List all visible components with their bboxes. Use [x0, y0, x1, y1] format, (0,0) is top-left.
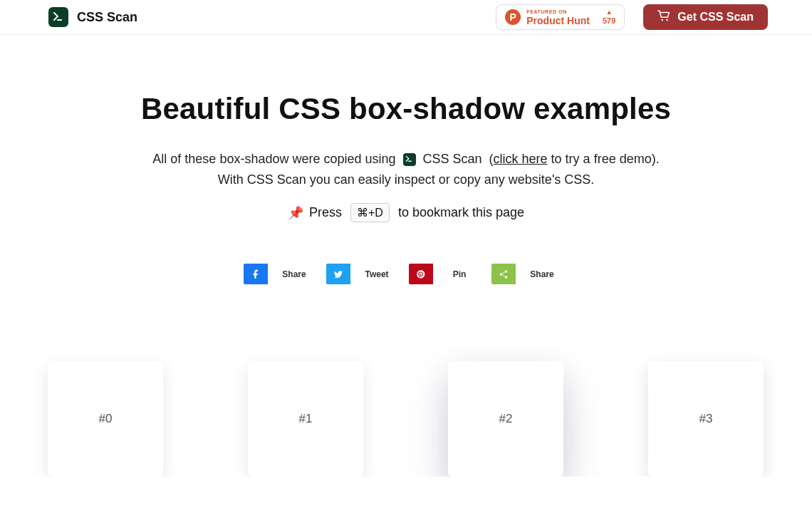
share-row: Share Tweet Pin Share — [0, 264, 812, 284]
share-sharethis-label: Share — [516, 264, 568, 284]
example-card[interactable]: #1 — [248, 361, 363, 477]
example-label: #1 — [299, 412, 313, 426]
example-label: #3 — [699, 412, 713, 426]
demo-tail: to try a free demo). — [548, 152, 660, 166]
intro-before-logo: All of these box-shadow were copied usin… — [152, 152, 395, 167]
svg-point-4 — [505, 276, 508, 279]
press-row: 📌 Press ⌘+D to bookmark this page — [0, 203, 812, 222]
share-pinterest-label: Pin — [433, 264, 486, 284]
get-css-scan-button[interactable]: Get CSS Scan — [643, 4, 768, 30]
site-header: CSS Scan P FEATURED ON Product Hunt ▲ 57… — [0, 0, 812, 35]
share-sharethis-button[interactable]: Share — [491, 264, 568, 284]
example-card[interactable]: #3 — [648, 361, 764, 477]
share-twitter-button[interactable]: Tweet — [326, 264, 403, 284]
product-hunt-icon: P — [505, 9, 521, 25]
sharethis-icon — [491, 264, 516, 284]
brand-logo-inline-icon — [403, 153, 416, 166]
svg-point-0 — [662, 19, 664, 21]
header-right: P FEATURED ON Product Hunt ▲ 579 Get CSS… — [496, 4, 768, 30]
intro-paren-group: (click here to try a free demo). — [489, 152, 660, 167]
product-hunt-badge[interactable]: P FEATURED ON Product Hunt ▲ 579 — [496, 4, 625, 30]
svg-point-1 — [667, 19, 669, 21]
brand-logo-icon — [48, 7, 68, 27]
intro-line-1: All of these box-shadow were copied usin… — [152, 152, 659, 167]
svg-point-3 — [500, 273, 503, 276]
share-facebook-button[interactable]: Share — [244, 264, 321, 284]
pushpin-icon: 📌 — [288, 205, 303, 221]
click-here-link[interactable]: click here — [494, 152, 548, 166]
example-card[interactable]: #0 — [48, 361, 163, 477]
facebook-icon — [244, 264, 268, 284]
examples-grid: #0 #1 #2 #3 — [0, 361, 812, 477]
brand-name[interactable]: CSS Scan — [77, 10, 137, 25]
product-hunt-name: Product Hunt — [526, 16, 590, 26]
share-twitter-label: Tweet — [350, 264, 403, 284]
intro-text: All of these box-shadow were copied usin… — [0, 152, 812, 187]
pinterest-icon — [409, 264, 433, 284]
example-label: #0 — [99, 412, 113, 426]
product-hunt-upvote-count: 579 — [603, 17, 615, 25]
caret-up-icon: ▲ — [606, 9, 613, 16]
header-left: CSS Scan — [48, 7, 137, 27]
intro-inline-brand: CSS Scan — [423, 152, 482, 167]
example-label: #2 — [499, 412, 513, 426]
share-facebook-label: Share — [268, 264, 321, 284]
bookmark-tail: to bookmark this page — [398, 205, 524, 220]
product-hunt-featured-label: FEATURED ON — [526, 9, 590, 14]
share-pinterest-button[interactable]: Pin — [409, 264, 486, 284]
main-content: Beautiful CSS box-shadow examples All of… — [0, 35, 812, 477]
intro-line-2: With CSS Scan you can easily inspect or … — [218, 172, 595, 187]
svg-point-2 — [505, 270, 508, 273]
get-css-scan-label: Get CSS Scan — [677, 11, 754, 24]
example-card[interactable]: #2 — [448, 361, 563, 477]
twitter-icon — [326, 264, 350, 284]
shortcut-kbd: ⌘+D — [350, 203, 390, 222]
cart-icon — [657, 10, 670, 24]
page-title: Beautiful CSS box-shadow examples — [0, 92, 812, 126]
product-hunt-upvote: ▲ 579 — [603, 9, 615, 25]
product-hunt-text: FEATURED ON Product Hunt — [526, 9, 590, 26]
press-label: Press — [309, 205, 342, 220]
